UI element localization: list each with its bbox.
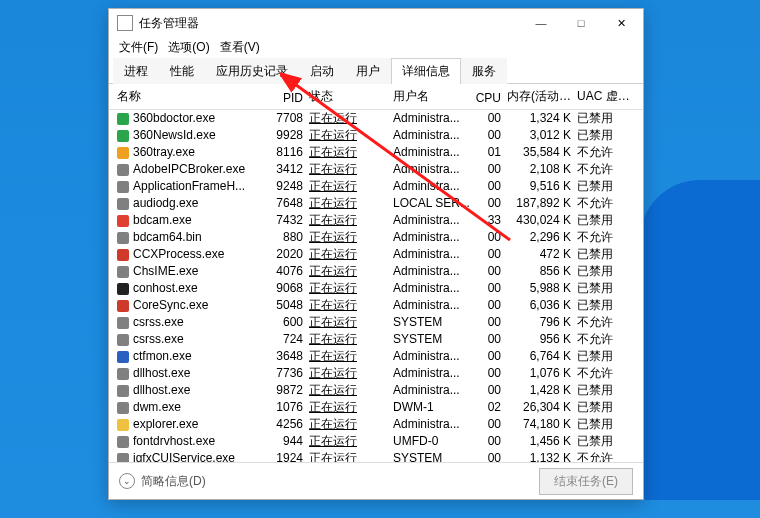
process-status: 正在运行 — [309, 178, 371, 195]
process-icon — [117, 351, 129, 363]
process-status: 正在运行 — [309, 348, 371, 365]
table-row[interactable]: dllhost.exe7736正在运行Administra...001,076 … — [109, 365, 643, 382]
menu-file[interactable]: 文件(F) — [115, 37, 162, 58]
process-name: conhost.exe — [133, 280, 198, 297]
process-user: SYSTEM — [393, 450, 473, 463]
table-row[interactable]: ChsIME.exe4076正在运行Administra...00856 K已禁… — [109, 263, 643, 280]
end-task-button[interactable]: 结束任务(E) — [539, 468, 633, 495]
column-headers[interactable]: 名称 PID 状态 用户名 CPU 内存(活动的... UAC 虚拟化 — [109, 84, 643, 110]
process-user: DWM-1 — [393, 399, 473, 416]
fewer-details-button[interactable]: ⌄ 简略信息(D) — [119, 473, 206, 490]
menu-options[interactable]: 选项(O) — [164, 37, 213, 58]
process-uac: 已禁用 — [577, 416, 641, 433]
table-row[interactable]: csrss.exe600正在运行SYSTEM00796 K不允许 — [109, 314, 643, 331]
titlebar[interactable]: 任务管理器 — □ ✕ — [109, 9, 643, 37]
col-pid[interactable]: PID — [267, 91, 309, 105]
col-cpu[interactable]: CPU — [473, 91, 507, 105]
process-mem: 35,584 K — [507, 144, 577, 161]
table-row[interactable]: AdobeIPCBroker.exe3412正在运行Administra...0… — [109, 161, 643, 178]
process-icon — [117, 113, 129, 125]
fewer-details-label: 简略信息(D) — [141, 473, 206, 490]
process-icon — [117, 130, 129, 142]
table-row[interactable]: 360tray.exe8116正在运行Administra...0135,584… — [109, 144, 643, 161]
process-uac: 不允许 — [577, 144, 641, 161]
col-user[interactable]: 用户名 — [393, 88, 473, 105]
process-user: Administra... — [393, 178, 473, 195]
table-row[interactable]: fontdrvhost.exe944正在运行UMFD-0001,456 K已禁用 — [109, 433, 643, 450]
wallpaper-shape — [640, 180, 760, 500]
tab-1[interactable]: 性能 — [159, 58, 205, 84]
table-row[interactable]: CoreSync.exe5048正在运行Administra...006,036… — [109, 297, 643, 314]
table-row[interactable]: CCXProcess.exe2020正在运行Administra...00472… — [109, 246, 643, 263]
process-icon — [117, 402, 129, 414]
table-row[interactable]: audiodg.exe7648正在运行LOCAL SER...00187,892… — [109, 195, 643, 212]
process-icon — [117, 368, 129, 380]
maximize-button[interactable]: □ — [561, 11, 601, 35]
process-icon — [117, 453, 129, 464]
col-name[interactable]: 名称 — [117, 88, 267, 105]
process-name: dwm.exe — [133, 399, 181, 416]
process-name: csrss.exe — [133, 331, 184, 348]
table-row[interactable]: bdcam.exe7432正在运行Administra...33430,024 … — [109, 212, 643, 229]
process-cpu: 00 — [473, 348, 507, 365]
process-status: 正在运行 — [309, 212, 371, 229]
process-user: LOCAL SER... — [393, 195, 473, 212]
process-name: CCXProcess.exe — [133, 246, 224, 263]
table-row[interactable]: igfxCUIService.exe1924正在运行SYSTEM001,132 … — [109, 450, 643, 463]
menu-view[interactable]: 查看(V) — [216, 37, 264, 58]
table-row[interactable]: dwm.exe1076正在运行DWM-10226,304 K已禁用 — [109, 399, 643, 416]
table-row[interactable]: bdcam64.bin880正在运行Administra...002,296 K… — [109, 229, 643, 246]
process-cpu: 00 — [473, 314, 507, 331]
tab-5[interactable]: 详细信息 — [391, 58, 461, 84]
process-uac: 不允许 — [577, 450, 641, 463]
tab-6[interactable]: 服务 — [461, 58, 507, 84]
task-manager-window: 任务管理器 — □ ✕ 文件(F) 选项(O) 查看(V) 进程性能应用历史记录… — [108, 8, 644, 500]
process-user: UMFD-0 — [393, 433, 473, 450]
minimize-button[interactable]: — — [521, 11, 561, 35]
process-mem: 3,012 K — [507, 127, 577, 144]
process-mem: 856 K — [507, 263, 577, 280]
col-uac[interactable]: UAC 虚拟化 — [577, 88, 641, 105]
process-mem: 5,988 K — [507, 280, 577, 297]
process-icon — [117, 436, 129, 448]
table-row[interactable]: csrss.exe724正在运行SYSTEM00956 K不允许 — [109, 331, 643, 348]
process-cpu: 00 — [473, 450, 507, 463]
process-status: 正在运行 — [309, 382, 371, 399]
process-pid: 8116 — [267, 144, 309, 161]
tab-2[interactable]: 应用历史记录 — [205, 58, 299, 84]
table-row[interactable]: ApplicationFrameH...9248正在运行Administra..… — [109, 178, 643, 195]
process-cpu: 00 — [473, 110, 507, 127]
process-status: 正在运行 — [309, 195, 371, 212]
tab-4[interactable]: 用户 — [345, 58, 391, 84]
process-pid: 7736 — [267, 365, 309, 382]
process-user: Administra... — [393, 365, 473, 382]
process-mem: 6,764 K — [507, 348, 577, 365]
process-name: ApplicationFrameH... — [133, 178, 245, 195]
menubar: 文件(F) 选项(O) 查看(V) — [109, 37, 643, 57]
process-list[interactable]: 360bdoctor.exe7708正在运行Administra...001,3… — [109, 110, 643, 463]
chevron-down-icon: ⌄ — [119, 473, 135, 489]
table-row[interactable]: dllhost.exe9872正在运行Administra...001,428 … — [109, 382, 643, 399]
close-button[interactable]: ✕ — [601, 11, 641, 35]
tab-3[interactable]: 启动 — [299, 58, 345, 84]
process-uac: 不允许 — [577, 161, 641, 178]
process-user: Administra... — [393, 263, 473, 280]
table-row[interactable]: 360bdoctor.exe7708正在运行Administra...001,3… — [109, 110, 643, 127]
table-row[interactable]: ctfmon.exe3648正在运行Administra...006,764 K… — [109, 348, 643, 365]
col-mem[interactable]: 内存(活动的... — [507, 88, 577, 105]
process-icon — [117, 283, 129, 295]
process-icon — [117, 164, 129, 176]
process-status: 正在运行 — [309, 229, 371, 246]
table-row[interactable]: explorer.exe4256正在运行Administra...0074,18… — [109, 416, 643, 433]
process-status: 正在运行 — [309, 433, 371, 450]
process-icon — [117, 232, 129, 244]
table-row[interactable]: conhost.exe9068正在运行Administra...005,988 … — [109, 280, 643, 297]
process-status: 正在运行 — [309, 297, 371, 314]
process-pid: 1076 — [267, 399, 309, 416]
table-row[interactable]: 360NewsId.exe9928正在运行Administra...003,01… — [109, 127, 643, 144]
tab-0[interactable]: 进程 — [113, 58, 159, 84]
col-status[interactable]: 状态 — [309, 88, 371, 105]
process-cpu: 00 — [473, 365, 507, 382]
process-pid: 1924 — [267, 450, 309, 463]
process-status: 正在运行 — [309, 110, 371, 127]
